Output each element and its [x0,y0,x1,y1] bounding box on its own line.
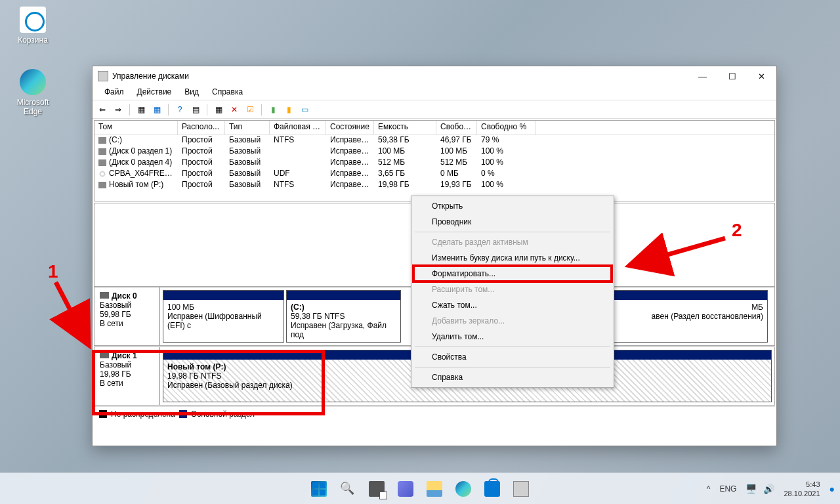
toolbar-btn-6[interactable]: ▮ [266,102,280,117]
minimize-button[interactable]: — [688,66,717,86]
notification-icon[interactable]: ● [830,484,835,494]
volume-icon [98,159,106,166]
cm-properties[interactable]: Свойства [413,349,612,365]
cm-format[interactable]: Форматировать... [413,266,612,282]
taskbar-chat[interactable] [392,476,419,502]
windows-icon [311,481,327,497]
annotation-arrow-1 [46,276,98,354]
table-row[interactable]: (Диск 0 раздел 4)ПростойБазовыйИсправен.… [94,158,774,169]
explorer-icon [427,481,442,497]
maximize-button[interactable]: ☐ [717,66,747,86]
toolbar-help[interactable]: ? [173,102,187,117]
col-capacity[interactable]: Емкость [374,121,436,135]
disk0-size: 59,98 ГБ [100,310,154,319]
annotation-number-1: 1 [48,261,58,282]
taskbar-taskview[interactable] [364,476,390,502]
toolbar-btn-4[interactable]: ▦ [211,102,226,117]
toolbar-btn-1[interactable]: ▦ [134,102,148,117]
toolbar: ⇐ ⇒ ▦ ▦ ? ▤ ▦ ✕ ☑ ▮ ▮ ▭ [93,100,776,119]
taskbar-diskmgmt[interactable] [508,476,534,502]
cm-explorer[interactable]: Проводник [413,214,612,230]
col-status[interactable]: Состояние [326,121,374,135]
tray-language[interactable]: ENG [719,484,736,494]
chat-icon [398,481,413,497]
toolbar-btn-7[interactable]: ▮ [282,102,296,117]
cm-extend: Расширить том... [413,282,612,297]
menu-action[interactable]: Действие [131,86,178,100]
taskbar-search[interactable] [335,476,361,502]
col-fs[interactable]: Файловая с... [270,121,326,135]
volume-icon [98,148,106,155]
volume-icon [98,137,106,144]
taskbar: ^ ENG 🖥️ 🔊 5:43 28.10.2021 ● [0,472,840,504]
cm-help[interactable]: Справка [413,369,612,385]
store-icon [484,481,500,497]
volume-icon[interactable]: 🔊 [763,484,774,494]
menu-file[interactable]: Файл [98,86,131,100]
network-icon[interactable]: 🖥️ [746,484,757,494]
tray-date: 28.10.2021 [784,489,820,498]
toolbar-btn-2[interactable]: ▦ [150,102,164,117]
annotation-number-2: 2 [732,220,742,241]
window-title: Управление дисками [112,72,688,81]
disk0-title: Диск 0 [112,291,137,301]
table-row[interactable]: Новый том (P:)ПростойБазовыйNTFSИсправен… [94,180,774,191]
edge-label: Microsoft Edge [10,98,56,116]
cm-mirror: Добавить зеркало... [413,313,612,329]
col-type[interactable]: Тип [225,121,270,135]
toolbar-btn-8[interactable]: ▭ [297,102,312,117]
disk0-status: В сети [100,319,154,328]
toolbar-btn-5[interactable]: ☑ [243,102,257,117]
col-free[interactable]: Свобод... [436,121,477,135]
disk0-part2[interactable]: МБ авен (Раздел восстановления) [608,290,768,343]
search-icon [340,481,356,497]
cm-open[interactable]: Открыть [413,198,612,214]
disk0-part0[interactable]: 100 МБ Исправен (Шифрованный (EFI) с [163,290,284,343]
disk-icon [100,292,109,299]
menu-view[interactable]: Вид [178,86,205,100]
taskbar-explorer[interactable] [421,476,448,502]
start-button[interactable] [306,476,332,502]
col-volume[interactable]: Том [94,121,178,135]
table-header: Том Располо... Тип Файловая с... Состоян… [94,121,774,135]
taskview-icon [369,481,385,497]
table-row[interactable]: (C:)ПростойБазовыйNTFSИсправен...59,38 Г… [94,135,774,146]
close-button[interactable]: ✕ [747,66,776,86]
menu-help[interactable]: Справка [205,86,249,100]
context-menu: Открыть Проводник Сделать раздел активны… [411,196,614,388]
toolbar-btn-3[interactable]: ▤ [188,102,203,117]
cm-make-active: Сделать раздел активным [413,234,612,250]
toolbar-back[interactable]: ⇐ [95,102,110,117]
cm-delete[interactable]: Удалить том... [413,329,612,345]
volume-list: Том Располо... Тип Файловая с... Состоян… [94,120,775,201]
menubar: Файл Действие Вид Справка [93,86,776,100]
table-row[interactable]: (Диск 0 раздел 1)ПростойБазовыйИсправен.… [94,146,774,158]
titlebar[interactable]: Управление дисками — ☐ ✕ [93,66,776,86]
cm-change-letter[interactable]: Изменить букву диска или путь к диску... [413,250,612,266]
desktop-icon-edge[interactable]: Microsoft Edge [10,69,56,116]
cm-shrink[interactable]: Сжать том... [413,297,612,313]
volume-icon [98,170,106,178]
tray-chevron[interactable]: ^ [707,484,711,494]
system-tray: ^ ENG 🖥️ 🔊 5:43 28.10.2021 ● [707,480,835,498]
desktop-icon-recycle-bin[interactable]: Корзина [10,7,56,45]
tray-clock[interactable]: 5:43 28.10.2021 [784,480,820,498]
col-freepercent[interactable]: Свободно % [477,121,536,135]
tray-time: 5:43 [784,480,820,489]
svg-line-1 [56,282,87,341]
diskmgmt-icon [513,481,529,497]
volume-table-body: (C:)ПростойБазовыйNTFSИсправен...59,38 Г… [94,135,774,201]
disk0-type: Базовый [100,301,154,310]
recycle-bin-label: Корзина [10,35,56,45]
disk0-info[interactable]: Диск 0 Базовый 59,98 ГБ В сети [94,287,160,345]
recycle-bin-icon [20,7,46,33]
toolbar-forward[interactable]: ⇒ [111,102,125,117]
annotation-box-1 [92,350,325,415]
volume-icon [98,182,106,188]
table-row[interactable]: CPBA_X64FRE_RU-...ПростойБазовыйUDFИспра… [94,169,774,180]
disk0-part1[interactable]: (C:) 59,38 ГБ NTFS Исправен (Загрузка, Ф… [286,290,401,343]
col-layout[interactable]: Располо... [178,121,225,135]
toolbar-delete[interactable]: ✕ [227,102,242,117]
taskbar-edge[interactable] [450,476,476,502]
taskbar-store[interactable] [479,476,505,502]
